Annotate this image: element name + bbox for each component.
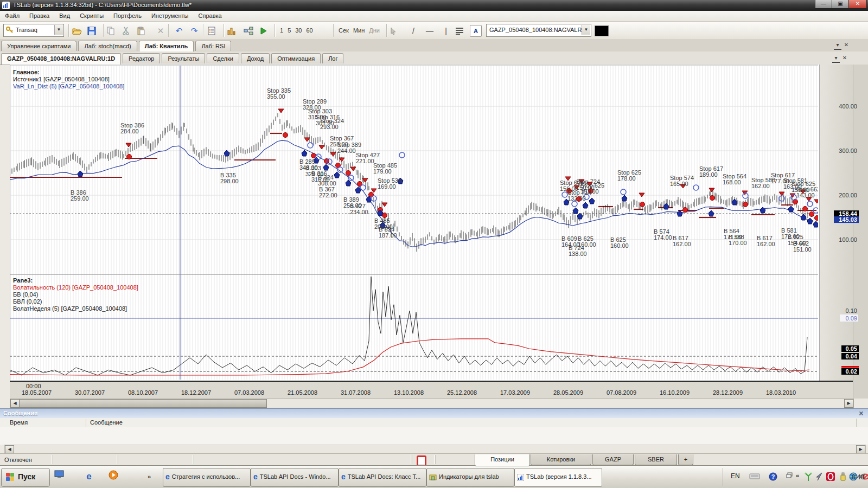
messages-scroll-right-button[interactable]: ▶: [856, 445, 865, 454]
tab-lab-1[interactable]: Лаб: stoch(macd): [78, 41, 137, 51]
paste-button[interactable]: [137, 24, 152, 38]
cut-button[interactable]: [122, 24, 137, 38]
timeframe-1[interactable]: 1: [278, 24, 285, 37]
tab-doc-0[interactable]: GAZP_050408_100408:NAGVALRU:1D: [1, 53, 121, 65]
tab-doc-2[interactable]: Результаты: [162, 53, 205, 63]
help-icon[interactable]: ?: [769, 472, 777, 481]
taskbar-task-2[interactable]: eTSLab API Docs: Класс T...: [339, 468, 426, 487]
run-button[interactable]: [259, 24, 275, 38]
tab-doc-5[interactable]: Оптимизация: [271, 53, 321, 63]
record-indicator-icon[interactable]: [417, 455, 426, 466]
quicklaunch-overflow-chevron[interactable]: »: [148, 473, 151, 480]
messages-close-icon[interactable]: ✕: [859, 410, 864, 417]
usb-device-icon[interactable]: [839, 472, 847, 481]
vline-tool-button[interactable]: |: [438, 24, 454, 38]
cursor-tool-button[interactable]: [390, 24, 405, 38]
taskbar-task-1[interactable]: eTSLab API Docs - Windo...: [251, 468, 339, 487]
timeframe-unit-1[interactable]: Мин: [351, 24, 367, 37]
script-scheme-button[interactable]: [243, 24, 258, 38]
tab-doc-3[interactable]: Сделки: [207, 53, 239, 63]
tray-clock[interactable]: 8:40: [852, 473, 864, 481]
minimize-button[interactable]: —: [815, 0, 832, 9]
show-desktop-icon[interactable]: [54, 470, 67, 483]
opera-icon[interactable]: [826, 472, 835, 481]
tray-collapse-chevron[interactable]: «: [796, 472, 799, 479]
chevron-down-icon[interactable]: ▼: [582, 25, 590, 35]
wireless-icon[interactable]: [805, 472, 812, 481]
ie-quicklaunch-icon[interactable]: e: [82, 470, 95, 483]
timeframe-5[interactable]: 5: [285, 24, 293, 37]
tab-doc-1[interactable]: Редактор: [123, 53, 160, 63]
messages-panel-header[interactable]: Сообщения ✕: [0, 408, 868, 419]
maximize-button[interactable]: ▣: [832, 0, 849, 9]
tab-doc-6[interactable]: Лог: [322, 53, 343, 63]
undo-button[interactable]: ↶: [171, 24, 187, 38]
timeframe-unit-0[interactable]: Сек: [336, 24, 351, 37]
menu-item-0[interactable]: Файл: [0, 11, 24, 21]
levels-tool-button[interactable]: [455, 24, 470, 38]
connection-combo[interactable]: Transaq ▼: [3, 24, 64, 37]
svg-text:?: ?: [771, 473, 775, 480]
taskbar-task-4[interactable]: TSLab (версия 1.1.8.3...: [514, 468, 602, 487]
menu-item-3[interactable]: Скрипты: [75, 11, 108, 21]
tab-doc-4[interactable]: Доход: [241, 53, 270, 63]
trade-annotation: В 335298.00: [220, 172, 239, 184]
save-button[interactable]: [87, 24, 102, 38]
window-titlebar[interactable]: TSLab (версия 1.1.8.34:32bit) - C:\Users…: [0, 0, 868, 11]
close-button[interactable]: ✕: [848, 0, 867, 9]
language-indicator[interactable]: EN: [731, 472, 740, 480]
vol-tick-label: 0.10: [846, 307, 857, 314]
bottom-tab-котировки[interactable]: Котировки: [531, 454, 591, 465]
plot-color-swatch[interactable]: [595, 25, 609, 36]
scrollbar-thumb[interactable]: [19, 399, 267, 408]
bottom-tab-gazp[interactable]: GAZP: [592, 454, 634, 465]
tab-lab-3[interactable]: Лаб: RSI: [195, 41, 231, 51]
hline-tool-button[interactable]: —: [422, 24, 437, 38]
messages-scroll-left-button[interactable]: ◀: [5, 445, 14, 454]
keyboard-icon[interactable]: [749, 472, 760, 480]
start-button[interactable]: Пуск: [1, 468, 50, 487]
menu-item-1[interactable]: Правка: [24, 11, 54, 21]
trend-line-tool-button[interactable]: /: [406, 24, 421, 38]
open-button[interactable]: [72, 24, 87, 38]
bottom-tab-+[interactable]: +: [678, 454, 693, 465]
delete-button[interactable]: ✕: [153, 24, 168, 38]
text-tool-button[interactable]: A: [470, 25, 482, 37]
scroll-right-button[interactable]: ▶: [844, 399, 853, 408]
vol-tick-label: 0.09: [846, 315, 857, 322]
exit-marker-icon: [311, 153, 316, 158]
timeframe-unit-2[interactable]: Дни: [367, 24, 382, 37]
properties-button[interactable]: [207, 24, 222, 38]
doc-tabstrip-close-icon[interactable]: ✕: [841, 54, 848, 62]
menu-item-5[interactable]: Инструменты: [146, 11, 194, 21]
tabstrip-pin-icon[interactable]: ▾: [834, 41, 841, 50]
copy-button[interactable]: [106, 24, 122, 38]
taskbar-task-0[interactable]: eСтратегия с использов...: [163, 468, 251, 487]
task-label: TSLab (версия 1.1.8.3...: [526, 473, 592, 480]
tab-lab-0[interactable]: Управление скриптами: [1, 41, 76, 51]
chevron-down-icon[interactable]: ▼: [54, 25, 63, 35]
menu-item-6[interactable]: Справка: [194, 11, 227, 21]
bottom-tab-позиции[interactable]: Позиции: [475, 454, 530, 466]
chart-horizontal-scrollbar[interactable]: ◀ ▶: [10, 399, 854, 408]
time-axis-start-time: 00:00: [26, 383, 41, 389]
media-player-icon[interactable]: [108, 470, 122, 483]
messages-column-header[interactable]: Время Сообщение: [0, 418, 868, 428]
timeframe-60[interactable]: 60: [304, 24, 315, 37]
taskbar-task-3[interactable]: Индикаторы для tslab: [426, 468, 514, 487]
menu-item-2[interactable]: Вид: [54, 11, 75, 21]
timeframe-30[interactable]: 30: [293, 24, 304, 37]
redo-button[interactable]: ↷: [187, 24, 202, 38]
pointer-tool-tray-icon[interactable]: [815, 472, 823, 481]
tabstrip-close-icon[interactable]: ✕: [843, 41, 850, 49]
bottom-tab-sber[interactable]: SBER: [635, 454, 677, 465]
doc-tabstrip-pin-icon[interactable]: ▾: [832, 54, 840, 63]
chart-button[interactable]: [227, 24, 242, 38]
chart-canvas[interactable]: Stop 386284.00В 386259.00Stop 335355.00В…: [0, 65, 868, 408]
restore-window-icon[interactable]: [786, 472, 793, 479]
instrument-combo[interactable]: GAZP_050408_100408:NAGVALRU ▼: [486, 24, 591, 37]
menu-item-4[interactable]: Портфель: [108, 11, 146, 21]
scroll-left-button[interactable]: ◀: [10, 399, 20, 408]
messages-list[interactable]: [0, 427, 868, 445]
tab-lab-2[interactable]: Лаб: Квантиль: [139, 41, 194, 52]
